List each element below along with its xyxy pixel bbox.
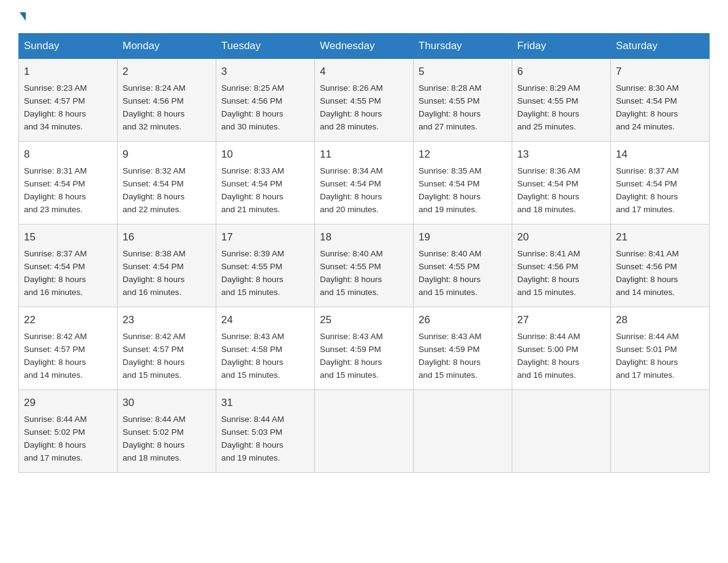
day-info: Daylight: 8 hours <box>320 356 408 369</box>
day-info: Sunset: 4:59 PM <box>320 343 408 356</box>
day-info: Daylight: 8 hours <box>24 356 112 369</box>
calendar-cell: 20Sunrise: 8:41 AMSunset: 4:56 PMDayligh… <box>512 224 611 307</box>
day-info: Sunrise: 8:24 AM <box>123 82 211 95</box>
day-info: Daylight: 8 hours <box>517 274 605 286</box>
day-info: and 16 minutes. <box>517 369 605 382</box>
day-info: and 19 minutes. <box>221 452 309 465</box>
day-info: Sunset: 5:02 PM <box>24 426 112 439</box>
day-info: Sunset: 4:55 PM <box>320 261 408 274</box>
day-info: Sunset: 4:54 PM <box>123 261 211 274</box>
day-info: Sunrise: 8:37 AM <box>616 165 704 178</box>
calendar-cell: 22Sunrise: 8:42 AMSunset: 4:57 PMDayligh… <box>19 307 118 390</box>
day-info: and 28 minutes. <box>320 121 408 134</box>
calendar-cell: 19Sunrise: 8:40 AMSunset: 4:55 PMDayligh… <box>414 224 512 307</box>
day-info: and 15 minutes. <box>517 286 605 299</box>
day-number: 3 <box>221 64 309 80</box>
day-info: and 22 minutes. <box>123 204 211 216</box>
logo-triangle-icon <box>20 12 26 21</box>
calendar-cell: 9Sunrise: 8:32 AMSunset: 4:54 PMDaylight… <box>118 142 216 224</box>
day-info: Sunrise: 8:32 AM <box>123 165 211 178</box>
day-number: 12 <box>419 147 507 163</box>
day-info: and 25 minutes. <box>517 121 605 134</box>
day-number: 19 <box>419 229 507 245</box>
day-number: 31 <box>221 395 309 411</box>
day-number: 14 <box>616 147 704 163</box>
day-info: and 15 minutes. <box>419 286 507 299</box>
day-number: 23 <box>123 312 211 328</box>
day-number: 15 <box>24 229 112 245</box>
calendar-header-row: SundayMondayTuesdayWednesdayThursdayFrid… <box>19 34 710 59</box>
day-info: Sunset: 4:55 PM <box>320 95 408 108</box>
day-info: Sunset: 4:59 PM <box>419 343 507 356</box>
day-info: Sunset: 5:02 PM <box>123 426 211 439</box>
day-info: Daylight: 8 hours <box>320 108 408 121</box>
day-info: Sunset: 4:57 PM <box>24 343 112 356</box>
calendar-cell: 27Sunrise: 8:44 AMSunset: 5:00 PMDayligh… <box>512 307 611 390</box>
day-number: 17 <box>221 229 309 245</box>
day-info: Sunrise: 8:44 AM <box>616 331 704 343</box>
column-header-friday: Friday <box>512 34 611 59</box>
day-info: and 18 minutes. <box>517 204 605 216</box>
day-number: 27 <box>517 312 605 328</box>
day-info: and 18 minutes. <box>123 452 211 465</box>
day-info: Daylight: 8 hours <box>517 356 605 369</box>
day-info: Daylight: 8 hours <box>24 439 112 452</box>
day-number: 25 <box>320 312 408 328</box>
day-info: Sunset: 5:01 PM <box>616 343 704 356</box>
calendar-cell: 15Sunrise: 8:37 AMSunset: 4:54 PMDayligh… <box>19 224 118 307</box>
day-info: and 15 minutes. <box>419 369 507 382</box>
day-number: 13 <box>517 147 605 163</box>
day-info: Sunrise: 8:43 AM <box>419 331 507 343</box>
day-info: Daylight: 8 hours <box>123 191 211 204</box>
day-info: and 16 minutes. <box>24 286 112 299</box>
day-info: Sunrise: 8:31 AM <box>24 165 112 178</box>
day-info: Sunrise: 8:40 AM <box>320 248 408 261</box>
calendar-cell: 14Sunrise: 8:37 AMSunset: 4:54 PMDayligh… <box>611 142 710 224</box>
day-info: Daylight: 8 hours <box>517 108 605 121</box>
day-info: Sunset: 4:54 PM <box>320 178 408 191</box>
calendar-cell: 8Sunrise: 8:31 AMSunset: 4:54 PMDaylight… <box>19 142 118 224</box>
day-info: Daylight: 8 hours <box>123 439 211 452</box>
column-header-thursday: Thursday <box>414 34 512 59</box>
day-info: Daylight: 8 hours <box>123 108 211 121</box>
day-info: and 30 minutes. <box>221 121 309 134</box>
day-info: Sunrise: 8:38 AM <box>123 248 211 261</box>
day-number: 10 <box>221 147 309 163</box>
calendar-cell <box>315 390 414 473</box>
day-info: Sunrise: 8:36 AM <box>517 165 605 178</box>
day-number: 4 <box>320 64 408 80</box>
day-info: Daylight: 8 hours <box>221 108 309 121</box>
day-info: Sunset: 4:57 PM <box>123 343 211 356</box>
day-info: Sunrise: 8:39 AM <box>221 248 309 261</box>
calendar-cell: 5Sunrise: 8:28 AMSunset: 4:55 PMDaylight… <box>414 59 512 142</box>
day-info: Sunrise: 8:41 AM <box>616 248 704 261</box>
day-number: 30 <box>123 395 211 411</box>
calendar-cell <box>611 390 710 473</box>
day-info: and 17 minutes. <box>24 452 112 465</box>
day-info: Sunset: 4:54 PM <box>24 178 112 191</box>
day-info: Sunrise: 8:44 AM <box>517 331 605 343</box>
day-info: Sunset: 4:54 PM <box>616 178 704 191</box>
page-header <box>18 12 710 21</box>
day-number: 11 <box>320 147 408 163</box>
day-number: 6 <box>517 64 605 80</box>
day-number: 20 <box>517 229 605 245</box>
day-number: 9 <box>123 147 211 163</box>
column-header-sunday: Sunday <box>19 34 118 59</box>
day-info: Daylight: 8 hours <box>123 274 211 286</box>
day-number: 2 <box>123 64 211 80</box>
day-info: Daylight: 8 hours <box>419 191 507 204</box>
calendar-week-row: 1Sunrise: 8:23 AMSunset: 4:57 PMDaylight… <box>19 59 710 142</box>
day-info: Sunrise: 8:40 AM <box>419 248 507 261</box>
day-info: Sunset: 4:54 PM <box>419 178 507 191</box>
day-number: 24 <box>221 312 309 328</box>
calendar-cell: 25Sunrise: 8:43 AMSunset: 4:59 PMDayligh… <box>315 307 414 390</box>
day-info: and 32 minutes. <box>123 121 211 134</box>
calendar-cell <box>512 390 611 473</box>
day-info: Sunset: 4:58 PM <box>221 343 309 356</box>
day-info: and 15 minutes. <box>123 369 211 382</box>
day-info: Sunrise: 8:23 AM <box>24 82 112 95</box>
day-number: 22 <box>24 312 112 328</box>
day-info: Sunset: 4:54 PM <box>221 178 309 191</box>
calendar-week-row: 8Sunrise: 8:31 AMSunset: 4:54 PMDaylight… <box>19 142 710 224</box>
